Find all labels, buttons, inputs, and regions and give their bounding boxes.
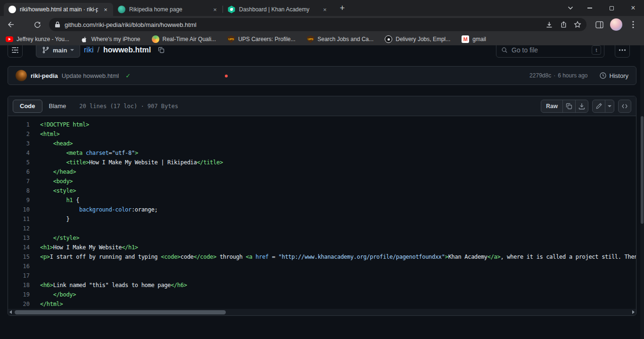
commit-sha[interactable]: 2279d8c — [529, 72, 551, 79]
line-number[interactable]: 9 — [8, 195, 30, 205]
tab-code[interactable]: Code — [13, 100, 42, 113]
profile-avatar[interactable] — [610, 18, 622, 31]
maximize-button[interactable] — [601, 0, 622, 16]
lock-icon[interactable] — [55, 21, 60, 28]
history-button[interactable]: History — [599, 72, 628, 79]
browser-tab[interactable]: Dashboard | Khan Academy× — [223, 3, 332, 16]
edit-dropdown-button[interactable] — [605, 100, 614, 113]
bookmark-item[interactable]: UPSSearch Jobs and Ca... — [307, 35, 374, 43]
code-line: 1<!DOCTYPE html> — [8, 120, 636, 129]
bookmark-item[interactable]: Jeffrey kunze - You... — [6, 36, 69, 42]
bookmark-star-button[interactable] — [571, 18, 584, 31]
github-favicon — [8, 6, 16, 13]
bookmark-label: Search Jobs and Ca... — [318, 36, 374, 42]
share-button[interactable] — [557, 18, 570, 31]
commit-author-avatar[interactable] — [16, 70, 27, 81]
scroll-right-arrow[interactable] — [632, 310, 635, 314]
tab-search-button[interactable] — [562, 0, 579, 16]
bookmark-item[interactable]: Where's my iPhone — [81, 35, 140, 43]
vertical-scrollbar[interactable] — [640, 45, 644, 339]
code-line: 6 </head> — [8, 167, 636, 177]
line-number[interactable]: 8 — [8, 186, 30, 195]
copy-path-button[interactable] — [157, 46, 165, 54]
download-page-button[interactable] — [543, 18, 555, 31]
line-number[interactable]: 6 — [8, 167, 30, 177]
line-number[interactable]: 10 — [8, 205, 30, 214]
line-number[interactable]: 19 — [8, 290, 30, 299]
scroll-left-arrow[interactable] — [9, 310, 12, 314]
code-view-header: Code Blame 20 lines (17 loc) · 907 Bytes… — [8, 96, 636, 116]
checks-status-icon[interactable]: ✓ — [125, 72, 131, 79]
bookmark-item[interactable]: Real-Time Air Quali... — [152, 35, 216, 43]
line-number[interactable]: 20 — [8, 299, 30, 309]
code-line: 15<p>I start off by running and typing <… — [8, 252, 636, 262]
close-window-button[interactable]: × — [622, 0, 644, 16]
line-content: <style> — [30, 186, 76, 195]
line-content: } — [30, 214, 69, 224]
line-number[interactable]: 2 — [8, 129, 30, 139]
download-file-button[interactable] — [575, 100, 588, 113]
line-number[interactable]: 1 — [8, 120, 30, 129]
line-number[interactable]: 14 — [8, 243, 30, 252]
bookmark-item[interactable]: UPSUPS Careers: Profile... — [227, 35, 295, 43]
commit-message-link[interactable]: Update howweb.html — [62, 72, 119, 79]
line-content: </body> — [30, 290, 76, 299]
search-icon — [501, 47, 508, 53]
bookmark-item[interactable]: Mgmail — [462, 35, 486, 43]
line-number[interactable]: 12 — [8, 224, 30, 233]
tab-title: Rikipedia home page — [129, 6, 207, 13]
kebab-horizontal-icon — [619, 46, 626, 54]
browser-menu-button[interactable] — [626, 17, 640, 32]
browser-toolbar: github.com/riki-pedia/riki/blob/main/how… — [0, 16, 644, 33]
browser-tab[interactable]: Rikipedia home page× — [113, 3, 223, 16]
horizontal-scrollbar-thumb[interactable] — [15, 310, 226, 314]
line-number[interactable]: 3 — [8, 139, 30, 148]
kebab-vertical-icon — [632, 21, 634, 28]
file-tree-icon — [11, 46, 19, 54]
line-content: h1 { — [30, 195, 79, 205]
commit-meta[interactable]: 2279d8c · 6 hours ago — [529, 72, 587, 79]
line-number[interactable]: 18 — [8, 280, 30, 290]
code-line: 9 h1 { — [8, 195, 636, 205]
horizontal-scrollbar[interactable] — [8, 309, 636, 315]
line-number[interactable]: 13 — [8, 233, 30, 243]
go-to-file-input[interactable] — [512, 46, 588, 54]
line-number[interactable]: 15 — [8, 252, 30, 262]
code-line: 13 </style> — [8, 233, 636, 243]
back-button[interactable] — [4, 17, 18, 32]
copy-file-button[interactable] — [562, 100, 576, 113]
tab-close-button[interactable]: × — [321, 6, 329, 13]
history-label: History — [610, 72, 628, 79]
tab-blame[interactable]: Blame — [42, 100, 73, 113]
commit-author[interactable]: riki-pedia — [31, 72, 58, 79]
edit-file-button[interactable] — [592, 100, 605, 113]
line-content: </style> — [30, 233, 79, 243]
line-number[interactable]: 4 — [8, 148, 30, 158]
address-bar[interactable]: github.com/riki-pedia/riki/blob/main/how… — [49, 18, 586, 31]
symbols-panel-button[interactable] — [618, 100, 631, 113]
raw-button[interactable]: Raw — [541, 100, 563, 113]
bookmark-item[interactable]: Delivery Jobs, Empl... — [385, 35, 450, 43]
line-number[interactable]: 5 — [8, 158, 30, 167]
minimize-button[interactable] — [579, 0, 601, 16]
line-number[interactable]: 16 — [8, 262, 30, 271]
tab-close-button[interactable]: × — [211, 6, 219, 13]
line-number[interactable]: 17 — [8, 271, 30, 280]
side-panel-button[interactable] — [592, 17, 606, 32]
new-tab-button[interactable]: + — [336, 2, 348, 14]
file-tree-toggle-button[interactable] — [8, 45, 23, 58]
breadcrumb-repo-link[interactable]: riki — [84, 46, 93, 54]
go-to-file-search[interactable]: t — [496, 45, 604, 58]
line-number[interactable]: 11 — [8, 214, 30, 224]
vertical-scrollbar-thumb[interactable] — [641, 116, 644, 224]
star-icon — [574, 21, 581, 28]
line-number[interactable]: 7 — [8, 177, 30, 186]
reload-button[interactable] — [30, 17, 44, 32]
share-icon — [560, 21, 567, 28]
branch-selector[interactable]: main — [36, 45, 80, 58]
more-options-button[interactable] — [615, 45, 630, 58]
tab-close-button[interactable]: × — [102, 6, 109, 13]
browser-tab[interactable]: riki/howweb.html at main · riki-p× — [4, 3, 113, 16]
side-panel-icon — [595, 21, 603, 28]
code-line: 11 } — [8, 214, 636, 224]
